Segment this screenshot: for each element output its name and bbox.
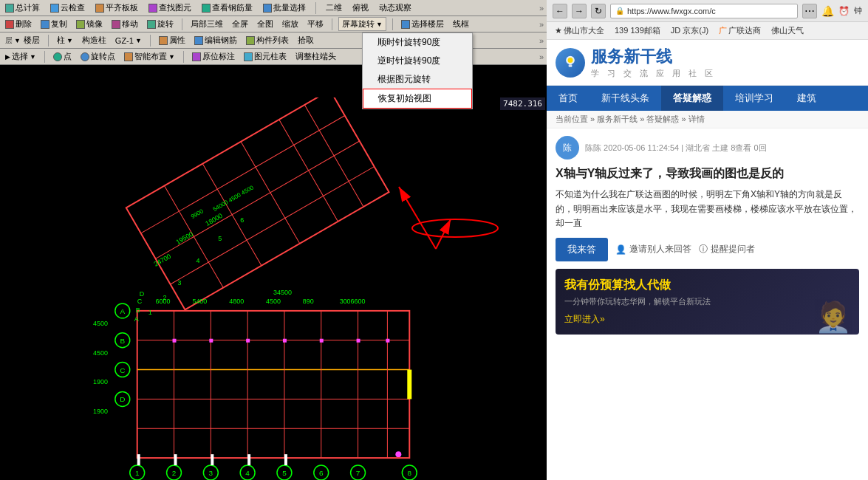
btn-floor-select[interactable]: 层 ▼ 楼层 [3,34,42,47]
bookmark-139[interactable]: 139 139邮箱 [612,24,663,37]
content-area[interactable]: 陈 陈陈 2020-05-06 11:24:54 | 湖北省 土建 8查看 0回… [547,128,868,480]
browser-back-btn[interactable]: ← [553,4,567,18]
nav-training[interactable]: 培训学习 [723,86,785,111]
bookmark-bar: ★ 佛山市大全 139 139邮箱 JD 京东(J) 广 广联达商 佛山天气 [547,22,868,40]
svg-text:1: 1 [148,309,152,316]
btn-point[interactable]: 点 [51,50,74,63]
remind-btn[interactable]: ⓘ 提醒提问者 [699,243,755,256]
svg-rect-68 [174,454,177,465]
url-text: https://www.fwxgx.com/c [627,7,716,16]
btn-local-3d[interactable]: 局部三维 [188,18,225,30]
svg-text:4500: 4500 [93,320,108,327]
btn-column[interactable]: 柱 ▼ [55,34,75,47]
nav-news[interactable]: 新干线头条 [590,86,661,111]
svg-text:8: 8 [408,469,412,477]
svg-text:B: B [120,337,125,345]
svg-text:4800: 4800 [229,298,244,305]
btn-batch-select[interactable]: 批量选择 [261,1,308,14]
gld-icon: 广 [719,25,727,36]
coord-display: 7482.316 [500,97,545,110]
btn-dynamic-obs[interactable]: 动态观察 [377,1,414,14]
nav-build[interactable]: 建筑 [785,86,828,111]
btn-total-calc[interactable]: 总计算 [3,1,42,14]
action-bar: 我来答 👤 邀请别人来回答 ⓘ 提醒提问者 [556,238,859,261]
btn-wireframe[interactable]: 线框 [451,18,471,30]
btn-top-view[interactable]: 俯视 [350,1,371,14]
btn-pan[interactable]: 平移 [305,18,326,30]
svg-text:1900: 1900 [93,379,108,386]
post-stats: 8查看 0回 [731,143,766,152]
btn-copy[interactable]: 复制 [38,18,69,30]
btn-pick[interactable]: 拾取 [295,34,316,47]
ad-banner: 我有份预算找人代做 一分钟带你玩转志华网，解锁平台新玩法 立即进入» 🧑‍💼 [556,269,859,335]
svg-text:D: D [120,395,125,403]
dropdown-item-ccw90[interactable]: 逆时针旋转90度 [363,52,472,70]
svg-text:2: 2 [163,294,167,301]
url-bar[interactable]: 🔒 https://www.fwxgx.com/c [610,4,798,18]
toolbar-row-2: 删除 复制 镜像 移动 旋转 局部三维 全屏 全图 缩放 [0,16,547,32]
author-name: 陈陈 [585,143,601,152]
svg-rect-92 [569,64,573,67]
nav-qa[interactable]: 答疑解惑 [661,86,723,111]
btn-fullscreen[interactable]: 全屏 [230,18,250,30]
btn-smart-layout[interactable]: 智能布置 ▼ [122,50,177,63]
user-label: 钟 [854,5,862,16]
browser-bar: ← → ↻ 🔒 https://www.fwxgx.com/c ⋯ 🔔 ⏰ 钟 [547,0,868,22]
dropdown-item-restore[interactable]: 恢复初始视图 [363,89,472,109]
dropdown-item-cw90[interactable]: 顺时针旋转90度 [363,33,472,52]
bookmark-jd[interactable]: JD 京东(J) [669,24,711,37]
btn-select-mode[interactable]: ▶ 选择 ▼ [3,50,38,63]
btn-in-place-note[interactable]: 原位标注 [190,50,237,63]
browser-forward-btn[interactable]: → [572,4,587,18]
notification-icon[interactable]: 🔔 [821,5,834,17]
bookmark-full[interactable]: ★ 佛山市大全 [553,24,606,37]
btn-select-floor[interactable]: 选择楼层 [399,18,446,30]
ad-figure: 🧑‍💼 [815,300,852,335]
post-content: 不知道为什么我在广联达画图的时候，明明左下角X轴和Y轴的方向就是反的，明明画出来… [556,188,859,230]
bookmark-gld[interactable]: 广 广联达商 [717,24,763,37]
bookmark-weather[interactable]: 佛山天气 [769,24,806,37]
btn-gz1[interactable]: GZ-1 ▼ [113,35,144,46]
svg-text:3: 3 [209,469,213,477]
btn-find-element[interactable]: 查找图元 [146,1,194,14]
btn-mirror[interactable]: 镜像 [74,18,105,30]
logo-subtitle: 学 习 交 流 应 用 社 区 [591,68,716,79]
lock-icon: 🔒 [615,7,624,15]
svg-text:34500: 34500 [273,289,292,296]
svg-text:2: 2 [172,469,177,477]
btn-2d[interactable]: 二维 [324,1,344,14]
answer-button[interactable]: 我来答 [556,238,608,261]
svg-text:1: 1 [135,469,140,477]
btn-full-view[interactable]: 全图 [255,18,276,30]
btn-zoom[interactable]: 缩放 [280,18,301,30]
svg-point-30 [395,451,401,457]
nav-home[interactable]: 首页 [547,86,590,111]
btn-rotate-point[interactable]: 旋转点 [78,50,117,63]
btn-screen-rotate[interactable]: 屏幕旋转 ▼ [338,17,386,31]
btn-flat-plate[interactable]: 平齐板板 [93,1,140,14]
svg-rect-71 [284,454,287,465]
btn-edit-rebar[interactable]: 编辑钢筋 [192,34,239,47]
btn-delete[interactable]: 删除 [3,18,34,30]
browser-menu-btn[interactable]: ⋯ [802,4,817,18]
svg-text:B: B [136,306,140,314]
ad-link[interactable]: 立即进入» [564,314,605,324]
invite-btn[interactable]: 👤 邀请别人来回答 [615,243,691,256]
btn-struct-column[interactable]: 构造柱 [80,34,109,47]
btn-cloud-check[interactable]: 云检查 [48,1,87,14]
svg-text:A: A [120,307,125,315]
btn-move[interactable]: 移动 [109,18,140,30]
btn-adjust-column[interactable]: 调整柱端头 [293,50,338,63]
post-location: 湖北省 土建 [686,143,728,152]
post-header: 陈 陈陈 2020-05-06 11:24:54 | 湖北省 土建 8查看 0回 [556,136,859,160]
svg-text:D: D [140,290,145,298]
browser-refresh-btn[interactable]: ↻ [591,4,606,18]
btn-component-list[interactable]: 构件列表 [244,34,291,47]
btn-properties[interactable]: 属性 [157,34,188,47]
btn-rotate[interactable]: 旋转 [145,18,176,30]
btn-column-table[interactable]: 图元柱表 [242,50,289,63]
btn-view-rebar[interactable]: 查看钢筋量 [199,1,255,14]
author-avatar: 陈 [556,136,579,160]
svg-rect-28 [386,339,389,343]
dropdown-item-by-element[interactable]: 根据图元旋转 [363,70,472,89]
